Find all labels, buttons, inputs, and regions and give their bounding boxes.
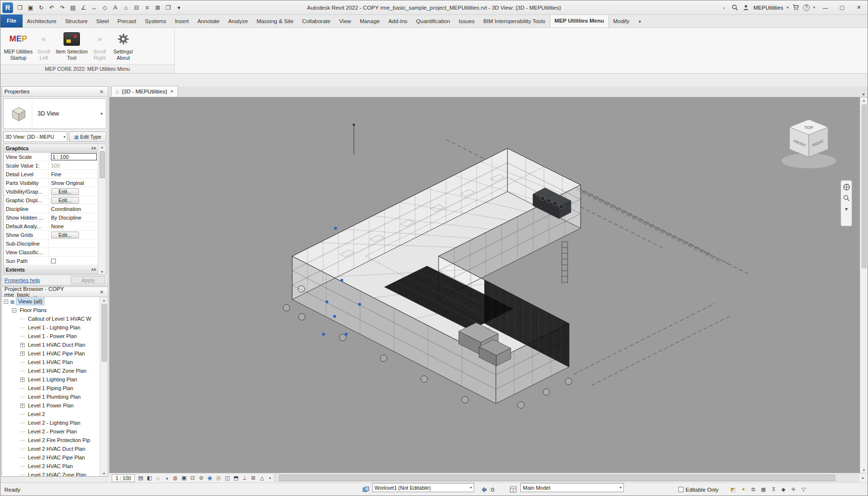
property-value-default-analy[interactable]: None xyxy=(49,223,98,229)
ribbon-tab-mep-utilities-menu[interactable]: MEP Utilities Menu xyxy=(550,14,609,27)
tree-item-level-2-hvac-duct-plan[interactable]: Level 2 HVAC Duct Plan xyxy=(2,444,108,453)
open-file-icon[interactable]: ❒ xyxy=(15,2,25,13)
scroll-right-icon[interactable]: ▸ xyxy=(860,476,867,480)
settings-about-button[interactable]: Settings/ About xyxy=(109,29,137,64)
tree-item-level-2-hvac-pipe-plan[interactable]: Level 2 HVAC Pipe Plan xyxy=(2,453,108,462)
render-icon[interactable]: ◍ xyxy=(171,475,180,481)
ribbon-tab-issues[interactable]: Issues xyxy=(454,15,479,27)
tab-list-dropdown-icon[interactable]: ▾ xyxy=(859,92,868,97)
temporary-hide-isolate-icon[interactable]: ◉ xyxy=(206,475,214,481)
property-value-show-grids[interactable]: Edit... xyxy=(49,232,98,238)
item-selection-tool-button[interactable]: Item Selection Tool xyxy=(53,29,90,64)
project-browser-close-icon[interactable]: ✕ xyxy=(98,289,105,295)
worksharing-display-icon[interactable]: ⊞ xyxy=(249,475,258,481)
properties-titlebar[interactable]: Properties ✕ xyxy=(2,87,108,97)
mep-utilities-startup-button[interactable]: MEP MEP Utilities Startup xyxy=(2,29,34,64)
redo-icon[interactable]: ↷ xyxy=(57,2,67,13)
active-workset-combo[interactable]: Workset1 (Not Editable) ▾ xyxy=(372,483,474,492)
aligned-dimension-icon[interactable]: ↔ xyxy=(89,2,99,13)
design-options-combo[interactable]: Main Model ▾ xyxy=(520,483,624,492)
property-value-view-scale[interactable]: 1 : 100 xyxy=(49,153,98,160)
revit-logo[interactable]: R xyxy=(2,2,13,13)
property-value-show-hidden[interactable]: By Discipline xyxy=(49,215,98,221)
ribbon-tab-architecture[interactable]: Architecture xyxy=(23,15,61,27)
tree-item-level-2[interactable]: Level 2 xyxy=(2,410,108,418)
ribbon-tab-steel[interactable]: Steel xyxy=(92,15,113,27)
sync-with-central-icon[interactable]: ↻ xyxy=(36,2,46,13)
lock-3d-view-icon[interactable]: ⊘ xyxy=(197,475,206,481)
text-icon[interactable]: A xyxy=(110,2,120,13)
tree-item-views-all[interactable]: −▦Views (all) xyxy=(2,297,108,306)
ribbon-tab-analyze[interactable]: Analyze xyxy=(224,15,252,27)
scroll-down-icon[interactable]: ▼ xyxy=(101,269,104,274)
navbar-options-icon[interactable]: ▾ xyxy=(842,205,851,213)
scrollbar-thumb[interactable] xyxy=(862,104,867,268)
ribbon-tab-quantification[interactable]: Quantification xyxy=(412,15,454,27)
account-user[interactable]: MEPUtilities xyxy=(753,5,783,11)
reveal-constraints-icon[interactable]: ⊥ xyxy=(240,475,249,481)
ribbon-tab-modify[interactable]: Modify xyxy=(609,15,634,27)
ribbon-tab-precast[interactable]: Precast xyxy=(113,15,141,27)
full-navigation-wheel-icon[interactable] xyxy=(842,183,851,191)
property-value-parts-visibility[interactable]: Show Original xyxy=(49,180,98,186)
editing-requests-icon[interactable] xyxy=(481,483,487,496)
expand-toggle-icon[interactable]: + xyxy=(20,352,25,356)
print-icon[interactable]: ▤ xyxy=(68,2,78,13)
sun-path-icon[interactable]: ☼ xyxy=(154,475,162,481)
type-selector[interactable]: 3D View ▾ xyxy=(3,98,106,129)
scroll-down-icon[interactable]: ▼ xyxy=(103,470,106,476)
property-value-detail-level[interactable]: Fine xyxy=(49,171,98,177)
property-value-graphic-displ[interactable]: Edit... xyxy=(49,197,98,204)
ribbon-tab-structure[interactable]: Structure xyxy=(61,15,92,27)
worksharing-status-icon[interactable]: ◩ xyxy=(730,486,735,493)
viewcube[interactable]: TOP FRONT RIGHT xyxy=(774,111,846,178)
project-browser-titlebar[interactable]: Project Browser - COPY rme_basic_... ✕ xyxy=(2,287,108,297)
ribbon-panel-label[interactable]: MEP CORE 2022: MEP Utilities Menu xyxy=(0,64,174,73)
tag-by-category-icon[interactable]: ◇ xyxy=(100,2,110,13)
editable-only-checkbox[interactable] xyxy=(678,487,684,492)
tree-item-level-1-hvac-pipe-plan[interactable]: +Level 1 HVAC Pipe Plan xyxy=(2,349,108,358)
close-inactive-windows-icon[interactable]: ⊠ xyxy=(153,2,163,13)
editing-requests-icon[interactable]: ✦ xyxy=(741,486,745,493)
customize-qat-icon[interactable]: ▾ xyxy=(174,2,184,13)
temporary-view-properties-icon[interactable]: ◫ xyxy=(223,475,232,481)
collapse-search-icon[interactable]: ‹ xyxy=(720,4,728,12)
select-links-toggle-icon[interactable]: ⧉ xyxy=(751,486,755,493)
measure-icon[interactable]: ∠ xyxy=(78,2,89,13)
scroll-right-button[interactable]: » Scroll Right xyxy=(90,29,109,64)
tree-item-level-1-hvac-zone-plan[interactable]: Level 1 HVAC Zone Plan xyxy=(2,366,108,375)
view-tab-3d-meputilities[interactable]: ⌂ {3D - MEPUtilities} ✕ xyxy=(111,86,178,97)
minimize-button[interactable]: — xyxy=(818,2,832,13)
maximize-button[interactable]: ▢ xyxy=(835,2,849,13)
help-icon[interactable]: ? xyxy=(803,4,810,11)
tree-item-level-2-lighting-plan[interactable]: Level 2 - Lighting Plan xyxy=(2,418,108,427)
ribbon-tab-view[interactable]: View xyxy=(335,15,355,27)
edit-button[interactable]: Edit... xyxy=(51,188,79,195)
vertical-scrollbar[interactable]: ▲ ▼ xyxy=(860,97,868,473)
crop-view-icon[interactable]: ▣ xyxy=(180,475,188,481)
expand-toggle-icon[interactable]: + xyxy=(20,404,25,408)
detail-level-icon[interactable]: ▤ xyxy=(136,475,145,481)
collapse-toggle-icon[interactable]: − xyxy=(12,308,16,313)
close-button[interactable]: ✕ xyxy=(852,2,866,13)
scrollbar-thumb[interactable] xyxy=(102,304,107,362)
properties-scrollbar[interactable]: ▲ ▼ xyxy=(98,144,106,274)
horizontal-scrollbar[interactable] xyxy=(274,474,859,482)
design-options-icon[interactable] xyxy=(510,483,517,496)
apply-button[interactable]: Apply xyxy=(71,276,105,284)
scroll-down-icon[interactable]: ▼ xyxy=(862,467,866,473)
tree-item-level-1-lighting-plan[interactable]: Level 1 - Lighting Plan xyxy=(2,323,108,332)
edit-button[interactable]: Edit... xyxy=(51,197,79,204)
ribbon-tab-annotate[interactable]: Annotate xyxy=(193,15,224,27)
tree-item-level-1-power-plan[interactable]: Level 1 - Power Plan xyxy=(2,332,108,340)
sun-path-checkbox[interactable] xyxy=(51,259,56,263)
expand-toggle-icon[interactable]: + xyxy=(20,378,25,382)
tree-item-level-1-hvac-plan[interactable]: Level 1 HVAC Plan xyxy=(2,358,108,366)
ribbon-tab-add-ins[interactable]: Add-Ins xyxy=(384,15,412,27)
property-value-discipline[interactable]: Coordination xyxy=(49,206,98,212)
editing-requests-count[interactable]: :0 xyxy=(490,483,494,496)
expand-toggle-icon[interactable]: + xyxy=(20,343,25,347)
properties-help-link[interactable]: Properties help xyxy=(4,277,40,283)
tree-item-level-1-lighting-plan[interactable]: +Level 1 Lighting Plan xyxy=(2,375,108,384)
view-tab-close-icon[interactable]: ✕ xyxy=(170,89,174,94)
